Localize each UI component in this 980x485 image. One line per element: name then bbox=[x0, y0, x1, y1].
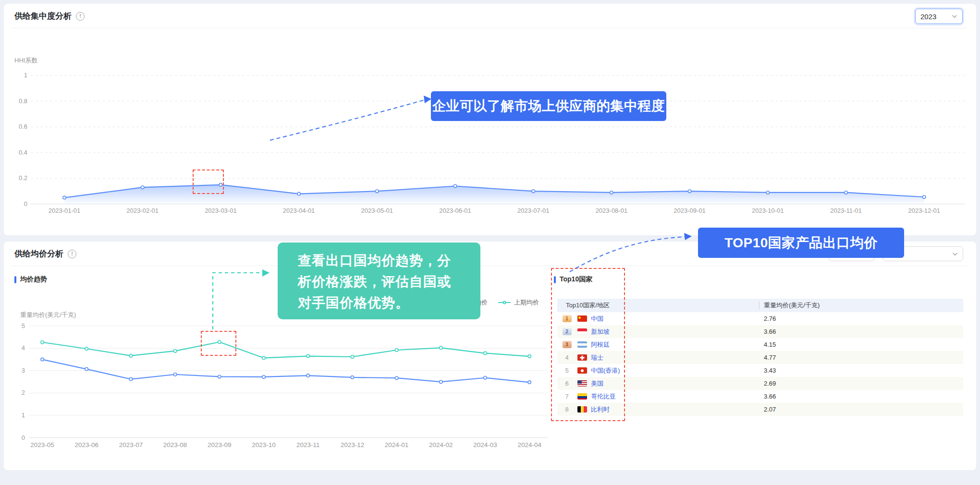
avg-price-value: 2.07 bbox=[764, 406, 776, 413]
callout-top10-export-price: TOP10国家产品出口均价 bbox=[698, 228, 904, 258]
avg-price-value: 3.66 bbox=[764, 328, 776, 335]
info-circle-icon[interactable]: ! bbox=[76, 12, 85, 21]
section-bar bbox=[14, 276, 16, 283]
avg-price-value: 3.66 bbox=[764, 393, 776, 400]
avg-price-value: 4.77 bbox=[764, 354, 776, 361]
info-circle-icon[interactable]: ! bbox=[68, 250, 76, 258]
panel2-title: 供给均价分析 bbox=[14, 248, 63, 259]
avg-price-value: 2.69 bbox=[764, 380, 776, 387]
panel2-divider bbox=[12, 266, 968, 266]
callout-line: 查看出口国均价趋势，分 bbox=[298, 250, 480, 271]
year-select[interactable]: 2023 bbox=[915, 9, 963, 24]
panel1-header: 供给集中度分析 ! bbox=[14, 11, 85, 22]
supply-price-panel: 供给均价分析 ! 均价趋势 Top10国家 Top10国家/地区 重量均价(美元… bbox=[4, 242, 976, 470]
chevron-down-icon bbox=[952, 13, 957, 19]
legend-item-上期均价[interactable]: 上期均价 bbox=[498, 298, 539, 307]
trend-section-label: 均价趋势 bbox=[14, 275, 47, 284]
annotation-box-top10 bbox=[551, 268, 625, 421]
panel1-divider bbox=[12, 28, 968, 28]
annotation-box-price-peak bbox=[201, 331, 236, 356]
column-divider bbox=[759, 302, 760, 309]
panel1-title: 供给集中度分析 bbox=[14, 11, 72, 22]
panel2-header: 供给均价分析 ! bbox=[14, 248, 76, 259]
callout-line: 析价格涨跌，评估自国或 bbox=[298, 271, 480, 292]
callout-line: 对手国价格优势。 bbox=[298, 292, 480, 314]
legend-marker-icon bbox=[498, 302, 511, 303]
legend-label: 上期均价 bbox=[514, 298, 539, 307]
avg-price-value: 4.15 bbox=[764, 341, 776, 348]
avg-price-value: 2.76 bbox=[764, 315, 776, 322]
year-select-value: 2023 bbox=[920, 12, 936, 21]
callout-concentration: 企业可以了解市场上供应商的集中程度 bbox=[431, 91, 666, 121]
chevron-down-icon bbox=[952, 251, 958, 257]
avg-price-value: 3.43 bbox=[764, 367, 776, 374]
callout-price-trend: 查看出口国均价趋势，分 析价格涨跌，评估自国或 对手国价格优势。 bbox=[278, 242, 480, 319]
column-avg-price: 重量均价(美元/千克) bbox=[764, 301, 820, 310]
dashboard-page: { "icons": {"info": "!"}, "colors": { "a… bbox=[0, 0, 980, 485]
annotation-box-hhi-peak bbox=[193, 170, 224, 194]
